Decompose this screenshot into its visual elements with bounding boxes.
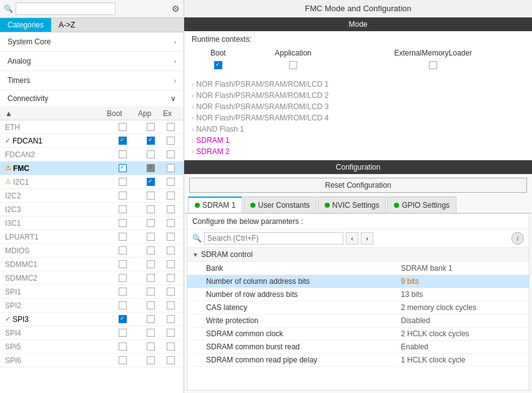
table-row[interactable]: LPUART1 [0,230,184,244]
reset-config-button[interactable]: Reset Configuration [189,178,527,193]
app-checkbox[interactable] [147,342,155,351]
ex-checkbox[interactable] [167,356,175,364]
gear-icon[interactable]: ⚙ [172,4,180,14]
prev-result-button[interactable]: ‹ [346,232,358,245]
app-checkbox[interactable] [147,301,155,309]
tab-nvic[interactable]: NVIC Settings [318,196,386,213]
ex-checkbox[interactable] [167,329,175,337]
app-checkbox[interactable] [147,219,155,227]
table-row[interactable]: I2C3 [0,203,184,216]
ex-checkbox[interactable] [167,233,175,241]
next-result-button[interactable]: › [361,232,373,245]
app-checkbox[interactable] [147,315,155,323]
table-row[interactable]: ✓ FDCAN1 [0,134,184,148]
app-checkbox[interactable] [147,329,155,337]
boot-checkbox[interactable] [119,246,127,255]
param-row-burst[interactable]: SDRAM common burst read Enabled [187,341,529,354]
table-row[interactable]: SDMMC1 [0,258,184,271]
boot-context-checkbox[interactable] [214,61,222,69]
param-row-cas[interactable]: CAS latency 2 memory clock cycles [187,301,529,314]
app-checkbox[interactable] [147,192,155,200]
params-search-input[interactable] [204,232,343,245]
app-context-checkbox[interactable] [289,61,297,69]
connectivity-header[interactable]: Connectivity ∨ [0,90,184,107]
ext-context-checkbox[interactable] [429,61,437,69]
search-input[interactable] [16,2,116,15]
tab-gpio[interactable]: GPIO Settings [387,196,456,213]
app-checkbox[interactable] [147,205,155,213]
tab-sdram1[interactable]: SDRAM 1 [188,196,242,213]
table-row[interactable]: ⚠ I2C1 [0,175,184,189]
boot-checkbox[interactable] [119,260,127,268]
flash-item-3[interactable]: › NOR Flash/PSRAM/SRAM/ROM/LCD 4 [189,112,527,124]
ex-checkbox[interactable] [167,315,175,323]
table-row[interactable]: SPI4 [0,326,184,340]
app-checkbox[interactable] [147,246,155,255]
flash-item-2[interactable]: › NOR Flash/PSRAM/SRAM/ROM/LCD 3 [189,101,527,112]
table-row[interactable]: FDCAN2 [0,148,184,162]
ex-checkbox[interactable] [167,164,175,172]
ex-checkbox[interactable] [167,178,175,186]
boot-checkbox[interactable] [119,342,127,351]
ex-checkbox[interactable] [167,342,175,351]
table-row-fmc[interactable]: ⚠ FMC [0,162,184,175]
table-row[interactable]: ✓ SPI3 [0,313,184,326]
table-row[interactable]: ETH [0,120,184,134]
app-checkbox[interactable] [147,274,155,282]
timers-header[interactable]: Timers › [0,71,184,90]
app-checkbox[interactable] [147,356,155,364]
boot-checkbox[interactable] [119,192,127,200]
boot-checkbox[interactable] [119,137,127,145]
app-checkbox[interactable] [147,123,155,131]
ex-checkbox[interactable] [167,301,175,309]
ex-checkbox[interactable] [167,150,175,158]
boot-checkbox[interactable] [119,150,127,158]
table-row[interactable]: SPI2 [0,299,184,313]
flash-item-1[interactable]: › NOR Flash/PSRAM/SRAM/ROM/LCD 2 [189,90,527,101]
tab-az[interactable]: A->Z [51,18,82,32]
boot-checkbox[interactable] [119,164,127,172]
table-row[interactable]: SDMMC2 [0,271,184,285]
ex-checkbox[interactable] [167,260,175,268]
boot-checkbox[interactable] [119,178,127,186]
table-row[interactable]: SPI6 [0,354,184,367]
flash-item-sdram1[interactable]: › SDRAM 1 [189,135,527,146]
boot-checkbox[interactable] [119,288,127,296]
app-checkbox[interactable] [147,164,155,172]
ex-checkbox[interactable] [167,137,175,145]
analog-header[interactable]: Analog › [0,52,184,70]
flash-item-0[interactable]: › NOR Flash/PSRAM/SRAM/ROM/LCD 1 [189,79,527,90]
ex-checkbox[interactable] [167,192,175,200]
table-row[interactable]: MDIOS [0,244,184,258]
ex-checkbox[interactable] [167,288,175,296]
sdram-control-header[interactable]: ▼ SDRAM control [187,248,529,262]
app-checkbox[interactable] [147,233,155,241]
boot-checkbox[interactable] [119,205,127,213]
boot-checkbox[interactable] [119,274,127,282]
boot-checkbox[interactable] [119,123,127,131]
app-checkbox[interactable] [147,150,155,158]
ex-checkbox[interactable] [167,205,175,213]
param-row-col-bits[interactable]: Number of column address bits 9 bits [187,275,529,288]
table-row[interactable]: I3C1 [0,216,184,230]
boot-checkbox[interactable] [119,301,127,309]
ex-checkbox[interactable] [167,246,175,255]
boot-checkbox[interactable] [119,329,127,337]
table-row[interactable]: SPi5 [0,340,184,354]
app-checkbox[interactable] [147,178,155,186]
table-row[interactable]: SPI1 [0,285,184,299]
boot-checkbox[interactable] [119,233,127,241]
ex-checkbox[interactable] [167,219,175,227]
param-row-clock[interactable]: SDRAM common clock 2 HCLK clock cycles [187,328,529,341]
table-row[interactable]: I2C2 [0,189,184,203]
tab-user-constants[interactable]: User Constants [244,196,317,213]
param-row-bank[interactable]: Bank SDRAM bank 1 [187,262,529,275]
app-checkbox[interactable] [147,288,155,296]
param-row-pipe-delay[interactable]: SDRAM common read pipe delay 1 HCLK cloc… [187,354,529,367]
app-checkbox[interactable] [147,260,155,268]
ex-checkbox[interactable] [167,274,175,282]
flash-item-4[interactable]: › NAND Flash 1 [189,124,527,135]
boot-checkbox[interactable] [119,356,127,364]
ex-checkbox[interactable] [167,123,175,131]
flash-item-sdram2[interactable]: › SDRAM 2 [189,146,527,157]
